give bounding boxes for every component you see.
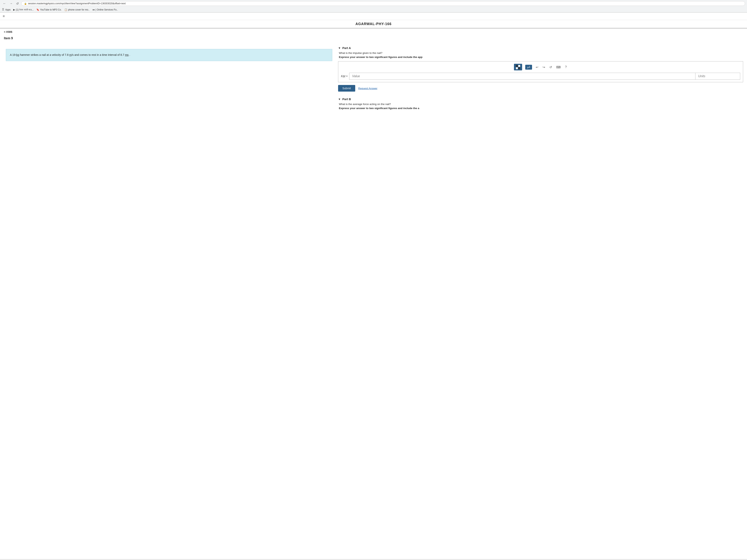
menu-bar: ≡ bbox=[0, 12, 747, 20]
grid-cell-3 bbox=[516, 67, 518, 69]
hamburger-icon[interactable]: ≡ bbox=[3, 14, 5, 18]
reload-button[interactable]: ↺ bbox=[15, 1, 20, 6]
m-unit: m bbox=[69, 53, 72, 56]
browser-chrome: ← → ↺ 🔒 session.masteringphysics.com/myc… bbox=[0, 0, 747, 12]
submit-button[interactable]: Submit bbox=[338, 85, 355, 91]
kg-unit: kg bbox=[16, 53, 19, 56]
equation-label: FΔt = bbox=[341, 75, 347, 78]
problem-box: A 19-kg hammer strikes a nail at a veloc… bbox=[6, 49, 332, 61]
fraction-grid-icon bbox=[516, 65, 520, 69]
bookmark-2[interactable]: 🔖 YouTube to MP3 Co... bbox=[36, 8, 62, 11]
help-button[interactable]: ? bbox=[564, 65, 567, 70]
bookmark-1[interactable]: ▶ (1) ইমাম মাহদী করে... bbox=[13, 8, 34, 11]
bookmark-1-label: (1) ইমাম মাহদী করে... bbox=[16, 8, 34, 11]
part-b-arrow: ▼ bbox=[338, 98, 341, 101]
bookmark-1-icon: ▶ bbox=[13, 8, 15, 11]
answer-toolbar: μÃ ↩ ↪ ↺ ⌨ ? bbox=[341, 64, 740, 71]
part-a-section: ▼ Part A What is the impulse given to th… bbox=[338, 45, 743, 91]
part-a-arrow: ▼ bbox=[338, 47, 341, 50]
part-b-question: What is the average force acting on the … bbox=[338, 103, 743, 106]
part-b-section: ▼ Part B What is the average force actin… bbox=[338, 96, 743, 110]
nav-bar: ← → ↺ 🔒 session.masteringphysics.com/myc… bbox=[0, 0, 747, 7]
content-area: A 19-kg hammer strikes a nail at a veloc… bbox=[0, 43, 747, 116]
part-a-instruction: Express your answer to two significant f… bbox=[338, 56, 743, 58]
redo-button[interactable]: ↪ bbox=[542, 65, 546, 70]
item-heading: Item 9 bbox=[0, 35, 747, 43]
right-panel: ▼ Part A What is the impulse given to th… bbox=[336, 43, 747, 116]
submit-row: Submit Request Answer bbox=[338, 85, 743, 91]
url-text: session.masteringphysics.com/myct/itemVi… bbox=[28, 2, 126, 5]
part-b-instruction: Express your answer to two significant f… bbox=[338, 107, 743, 110]
bookmark-2-icon: 🔖 bbox=[36, 8, 39, 11]
part-a-label: Part A bbox=[342, 46, 351, 50]
units-input[interactable] bbox=[695, 73, 740, 80]
grid-cell-4 bbox=[518, 67, 520, 69]
forward-button[interactable]: → bbox=[8, 1, 14, 6]
problem-text-1: A 19-kg hammer strikes a nail at a veloc… bbox=[10, 53, 130, 56]
value-input[interactable] bbox=[349, 73, 695, 80]
mu-button[interactable]: μÃ bbox=[525, 65, 532, 70]
apps-text: Apps bbox=[5, 8, 10, 11]
bookmark-2-label: YouTube to MP3 Co... bbox=[40, 8, 62, 11]
bookmark-4-label: | Online Services Fo... bbox=[96, 8, 118, 11]
keyboard-button[interactable]: ⌨ bbox=[556, 65, 561, 70]
page-title: AGARWAL-PHY-166 bbox=[0, 20, 747, 28]
left-panel: A 19-kg hammer strikes a nail at a veloc… bbox=[0, 43, 336, 116]
lock-icon: 🔒 bbox=[24, 2, 27, 5]
part-a-header[interactable]: ▼ Part A bbox=[338, 45, 743, 52]
bookmark-3-icon: 📋 bbox=[65, 8, 67, 11]
apps-label[interactable]: ⠿ Apps bbox=[2, 8, 10, 11]
page-container: ≡ AGARWAL-PHY-166 < HW6 Item 9 A 19-kg h… bbox=[0, 12, 747, 559]
reset-button[interactable]: ↺ bbox=[549, 65, 552, 70]
ms-unit: ms bbox=[125, 53, 129, 56]
bookmark-3-label: phone cover for mo... bbox=[68, 8, 90, 11]
answer-box: μÃ ↩ ↪ ↺ ⌨ ? FΔt = bbox=[338, 61, 743, 82]
bookmark-4-icon: ⏮ bbox=[93, 8, 95, 11]
bookmark-3[interactable]: 📋 phone cover for mo... bbox=[65, 8, 90, 11]
grid-cell-1 bbox=[516, 65, 518, 67]
fraction-button[interactable] bbox=[514, 64, 522, 71]
bookmark-4[interactable]: ⏮ | Online Services Fo... bbox=[93, 8, 118, 11]
part-b-header[interactable]: ▼ Part B bbox=[338, 96, 743, 103]
back-button[interactable]: ← bbox=[2, 1, 7, 6]
apps-grid-icon: ⠿ bbox=[2, 8, 4, 11]
part-a-question: What is the impulse given to the nail? bbox=[338, 52, 743, 54]
request-answer-link[interactable]: Request Answer bbox=[358, 87, 378, 90]
address-bar[interactable]: 🔒 session.masteringphysics.com/myct/item… bbox=[21, 1, 745, 6]
part-b-label: Part B bbox=[342, 98, 351, 101]
back-link[interactable]: < HW6 bbox=[0, 28, 16, 35]
grid-cell-2 bbox=[518, 65, 520, 67]
equation-row: FΔt = bbox=[341, 73, 740, 80]
undo-button[interactable]: ↩ bbox=[535, 65, 539, 70]
bookmarks-bar: ⠿ Apps ▶ (1) ইমাম মাহদী করে... 🔖 YouTube… bbox=[0, 7, 747, 12]
